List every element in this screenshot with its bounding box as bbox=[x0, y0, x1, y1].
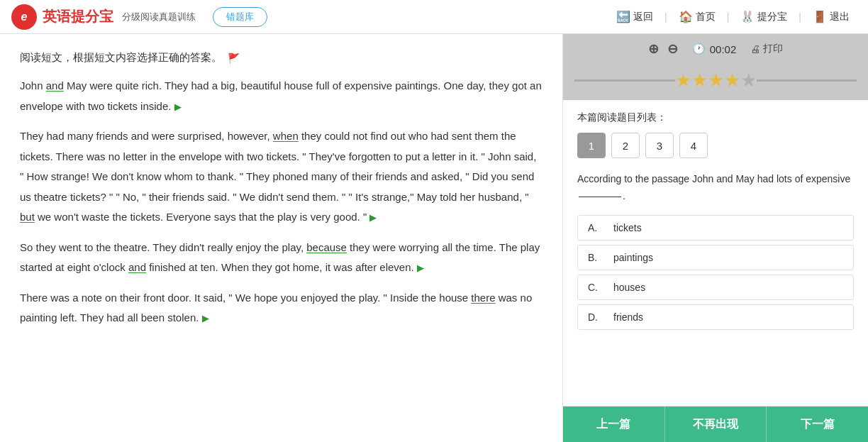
logo-title: 英语提分宝 bbox=[43, 7, 113, 26]
nav-home[interactable]: 🏠 首页 bbox=[672, 10, 723, 23]
underline-and-2: and bbox=[128, 261, 146, 273]
option-b[interactable]: B. paintings bbox=[577, 245, 854, 270]
next-button[interactable]: 下一篇 bbox=[767, 407, 868, 442]
question-area: 本篇阅读题目列表： 1 2 3 4 According to the passa… bbox=[563, 100, 868, 406]
paragraph-2: They had many friends and were surprised… bbox=[20, 126, 542, 228]
underline-and-1: and bbox=[46, 79, 64, 92]
back-icon: 🔙 bbox=[616, 10, 630, 23]
option-c-letter: C. bbox=[588, 282, 599, 293]
score-icon: 🐰 bbox=[740, 10, 755, 23]
nav-back-label: 返回 bbox=[633, 11, 653, 23]
paragraph-1: John and May were quite rich. They had a… bbox=[20, 76, 542, 116]
nav-home-label: 首页 bbox=[696, 11, 716, 23]
bottom-buttons: 上一篇 不再出现 下一篇 bbox=[563, 406, 868, 442]
para4-text: There was a note on their front door. It… bbox=[20, 292, 532, 324]
right-panel: ⊕ ⊖ 🕐 00:02 🖨 打印 ★ ★ ★ ★ ★ 本篇阅读题目列表： bbox=[563, 34, 868, 442]
exit-icon: 🚪 bbox=[813, 10, 827, 23]
error-bank-button[interactable]: 错题库 bbox=[213, 7, 267, 27]
question-num-2[interactable]: 2 bbox=[611, 133, 640, 158]
nav-divider-1: | bbox=[663, 11, 669, 23]
stars-line-right bbox=[757, 79, 857, 82]
nav-exit[interactable]: 🚪 退出 bbox=[806, 10, 857, 23]
nav-score-label: 提分宝 bbox=[757, 11, 787, 23]
question-list-title: 本篇阅读题目列表： bbox=[577, 111, 854, 124]
star-4: ★ bbox=[724, 70, 740, 92]
question-text: According to the passage John and May ha… bbox=[577, 171, 854, 205]
star-3: ★ bbox=[708, 70, 724, 92]
timer-controls: ⊕ ⊖ bbox=[648, 41, 678, 57]
option-d-letter: D. bbox=[588, 311, 599, 323]
nav-score[interactable]: 🐰 提分宝 bbox=[733, 10, 794, 23]
option-c[interactable]: C. houses bbox=[577, 275, 854, 300]
para4-flag: ▶ bbox=[202, 313, 209, 324]
passage-text: John and May were quite rich. They had a… bbox=[20, 76, 542, 328]
question-num-1[interactable]: 1 bbox=[577, 133, 606, 158]
logo-area: e 英语提分宝 分级阅读真题训练 bbox=[11, 4, 196, 30]
option-a-letter: A. bbox=[588, 222, 599, 233]
print-button[interactable]: 🖨 打印 bbox=[750, 43, 783, 55]
underline-because: because bbox=[306, 241, 347, 253]
instruction-text: 阅读短文，根据短文内容选择正确的答案。 bbox=[20, 51, 222, 65]
timer-minus-button[interactable]: ⊖ bbox=[667, 41, 678, 57]
para1-flag: ▶ bbox=[174, 101, 182, 112]
app-header: e 英语提分宝 分级阅读真题训练 错题库 🔙 返回 | 🏠 首页 | 🐰 提分宝… bbox=[0, 0, 868, 34]
paragraph-3: So they went to the theatre. They didn't… bbox=[20, 238, 542, 278]
star-5: ★ bbox=[740, 70, 757, 92]
option-b-letter: B. bbox=[588, 252, 599, 263]
main-content: 阅读短文，根据短文内容选择正确的答案。 🚩 John and May were … bbox=[0, 34, 868, 442]
left-panel: 阅读短文，根据短文内容选择正确的答案。 🚩 John and May were … bbox=[0, 34, 563, 442]
print-label: 打印 bbox=[763, 43, 783, 55]
options-list: A. tickets B. paintings C. houses D. bbox=[577, 215, 854, 330]
printer-icon: 🖨 bbox=[750, 43, 760, 55]
para3-flag: ▶ bbox=[417, 263, 424, 273]
flag-icon: 🚩 bbox=[228, 53, 240, 64]
option-d-text: friends bbox=[613, 311, 643, 323]
paragraph-4: There was a note on their front door. It… bbox=[20, 288, 542, 328]
option-a[interactable]: A. tickets bbox=[577, 215, 854, 241]
nav-back[interactable]: 🔙 返回 bbox=[609, 10, 660, 23]
para2-text: They had many friends and were surprised… bbox=[20, 130, 536, 223]
option-c-text: houses bbox=[613, 282, 645, 293]
prev-button[interactable]: 上一篇 bbox=[563, 407, 664, 442]
logo-subtitle: 分级阅读真题训练 bbox=[122, 11, 196, 23]
star-2: ★ bbox=[691, 70, 708, 92]
nav-right: 🔙 返回 | 🏠 首页 | 🐰 提分宝 | 🚪 退出 bbox=[609, 10, 857, 23]
underline-but: but bbox=[20, 211, 35, 223]
question-num-3[interactable]: 3 bbox=[645, 133, 674, 158]
question-numbers: 1 2 3 4 bbox=[577, 133, 854, 158]
logo-icon: e bbox=[11, 4, 37, 30]
para1-text: John and May were quite rich. They had a… bbox=[20, 79, 542, 112]
stars-line-left bbox=[574, 79, 675, 82]
timer-plus-button[interactable]: ⊕ bbox=[648, 41, 659, 57]
underline-when: when bbox=[273, 130, 299, 142]
nav-divider-3: | bbox=[797, 11, 803, 23]
logo-letter: e bbox=[21, 11, 28, 23]
nav-exit-label: 退出 bbox=[830, 11, 850, 23]
skip-button[interactable]: 不再出现 bbox=[664, 407, 767, 442]
answer-blank bbox=[579, 197, 621, 197]
stars-row: ★ ★ ★ ★ ★ bbox=[563, 64, 868, 100]
home-icon: 🏠 bbox=[679, 10, 693, 23]
option-d[interactable]: D. friends bbox=[577, 304, 854, 330]
timer-display: 🕐 00:02 bbox=[692, 43, 737, 55]
para3-text: So they went to the theatre. They didn't… bbox=[20, 241, 540, 274]
nav-divider-2: | bbox=[725, 11, 731, 23]
option-a-text: tickets bbox=[613, 222, 642, 233]
underline-there: there bbox=[471, 292, 495, 304]
star-1: ★ bbox=[675, 70, 691, 92]
question-num-4[interactable]: 4 bbox=[679, 133, 708, 158]
timer-bar: ⊕ ⊖ 🕐 00:02 🖨 打印 bbox=[563, 34, 868, 64]
option-b-text: paintings bbox=[613, 252, 653, 263]
timer-value: 00:02 bbox=[710, 43, 737, 55]
para2-flag: ▶ bbox=[369, 212, 377, 223]
instruction: 阅读短文，根据短文内容选择正确的答案。 🚩 bbox=[20, 51, 542, 65]
clock-icon: 🕐 bbox=[692, 43, 706, 55]
